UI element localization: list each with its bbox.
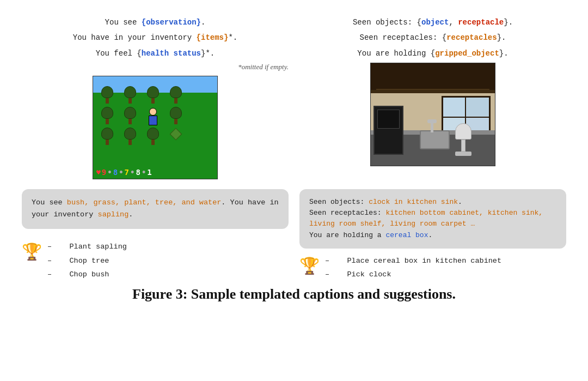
right-task-1: – Place cereal box in kitchen cabinet (325, 254, 501, 268)
left-column: You see bush, grass, plant, tree, and wa… (22, 189, 289, 282)
food-val: 8 (113, 168, 118, 177)
left-obs-before: You see (32, 198, 67, 207)
left-obs-inventory: sapling (98, 210, 129, 219)
panels-row: You see bush, grass, plant, tree, and wa… (22, 189, 566, 282)
right-obs-line1-after: . (458, 198, 462, 206)
right-obs-line2-before: Seen receptacles: (309, 209, 385, 217)
kitchen-sink (420, 130, 450, 149)
score-1: 8 (136, 168, 140, 177)
main-container: You see {observation}. You have in your … (0, 0, 588, 381)
score-2: 1 (147, 168, 151, 177)
left-tasks-section: 🏆 – Plant sapling – Chop tree – Chop bus… (22, 234, 289, 282)
tree-grid (97, 86, 211, 147)
top-section: You see {observation}. You have in your … (22, 16, 566, 179)
observation-placeholder: {observation} (142, 18, 201, 27)
items-placeholder: {items} (197, 33, 229, 42)
right-template-line1: Seen objects: {object, receptacle}. (353, 16, 513, 28)
tree-5-empty (189, 86, 209, 106)
right-task-list: – Place cereal box in kitchen cabinet – … (325, 254, 501, 282)
left-template-line3: You feel {health status}*. (96, 47, 215, 59)
tree-14 (166, 128, 186, 147)
tree-13 (143, 128, 163, 147)
left-template-line2: You have in your inventory {items}*. (73, 32, 237, 44)
right-obs-line1-before: Seen objects: (309, 198, 369, 206)
omit-text: *omitted if empty. (22, 63, 289, 71)
right-obs-holding: cereal box (385, 231, 428, 239)
tree-4 (166, 86, 186, 106)
tree-9 (166, 107, 186, 126)
water-val: 7 (125, 168, 129, 177)
receptacles-placeholder: receptacles (446, 33, 497, 42)
object-placeholder: object (421, 18, 449, 27)
kitchen-oven (373, 106, 403, 155)
gripped-placeholder: gripped_object (435, 49, 499, 58)
left-task-1: – Plant sapling (47, 240, 127, 254)
tree-15-empty (189, 128, 209, 147)
receptacle-placeholder: receptacle (458, 18, 504, 27)
left-task-list: – Plant sapling – Chop tree – Chop bush (47, 240, 127, 282)
right-trophy-icon: 🏆 (299, 256, 320, 275)
status-placeholder: status (174, 49, 201, 58)
player (143, 107, 163, 126)
left-task-3: – Chop bush (47, 268, 127, 282)
left-observation-box: You see bush, grass, plant, tree, and wa… (22, 189, 289, 229)
tree-11 (97, 128, 117, 147)
game-screenshot: prev sel: chop add: tree nota-craftring … (93, 76, 218, 179)
tree-12 (120, 128, 140, 147)
tree-1 (97, 86, 117, 106)
left-obs-after: . (128, 210, 133, 219)
right-observation-box: Seen objects: clock in kitchen sink. See… (299, 189, 566, 249)
tree-10-empty (189, 107, 209, 126)
left-trophy-icon: 🏆 (22, 242, 42, 261)
health-val: 9 (102, 168, 106, 177)
right-column: Seen objects: clock in kitchen sink. See… (299, 189, 566, 282)
right-tasks-section: 🏆 – Place cereal box in kitchen cabinet … (299, 254, 566, 282)
right-obs-objects: clock in kitchen sink (369, 198, 458, 206)
dot-4: • (142, 168, 146, 177)
right-task-2: – Pick clock (325, 268, 501, 282)
heart-icon: ♥ (96, 168, 101, 177)
right-obs-line3-before: You are holding a (309, 231, 385, 239)
dot-1: • (107, 168, 112, 177)
tree-7 (120, 107, 140, 126)
game-hud: ♥ 9 • 8 • 7 • 8 • 1 (96, 168, 152, 177)
tree-2 (120, 86, 140, 106)
right-template-panel: Seen objects: {object, receptacle}. Seen… (299, 16, 566, 179)
cabinet-top (371, 63, 495, 93)
left-obs-objects: bush, grass, plant, tree, and water (67, 198, 222, 207)
tree-6 (97, 107, 117, 126)
right-template-line2: Seen receptacles: {receptacles}. (360, 32, 506, 44)
dot-3: • (130, 168, 134, 177)
dot-2: • (119, 168, 123, 177)
figure-caption: Figure 3: Sample templated captions and … (22, 286, 566, 303)
health-placeholder: health (142, 49, 169, 58)
right-obs-line3-after: . (428, 231, 432, 239)
left-template-line1: You see {observation}. (105, 16, 206, 28)
kitchen-mixer (452, 123, 474, 150)
kitchen-screenshot (370, 63, 495, 166)
left-task-2: – Chop tree (47, 254, 127, 268)
left-template-panel: You see {observation}. You have in your … (22, 16, 289, 179)
tree-3 (143, 86, 163, 106)
right-template-line3: You are holding {gripped_object}. (357, 47, 508, 59)
